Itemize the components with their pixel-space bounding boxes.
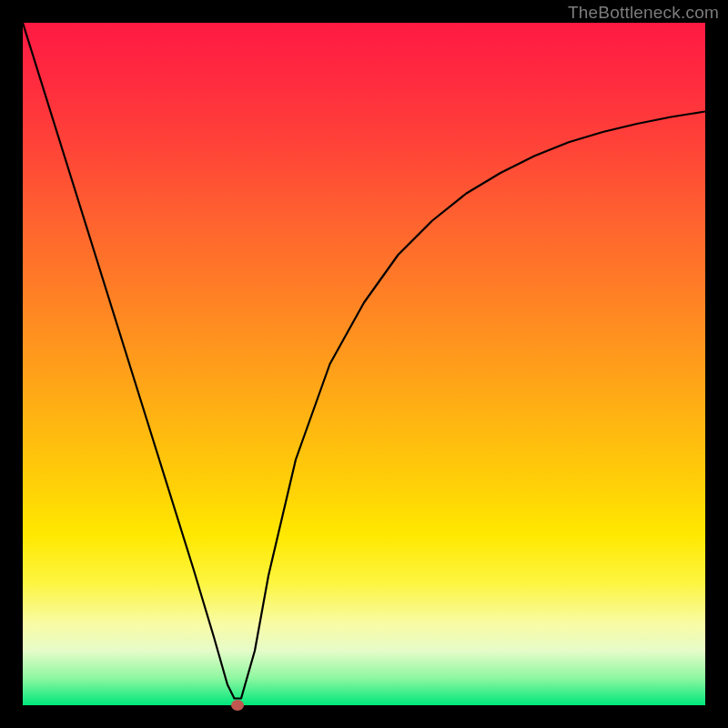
optimum-marker-icon <box>231 700 244 711</box>
watermark-text: TheBottleneck.com <box>568 3 719 23</box>
bottleneck-curve <box>23 23 705 705</box>
